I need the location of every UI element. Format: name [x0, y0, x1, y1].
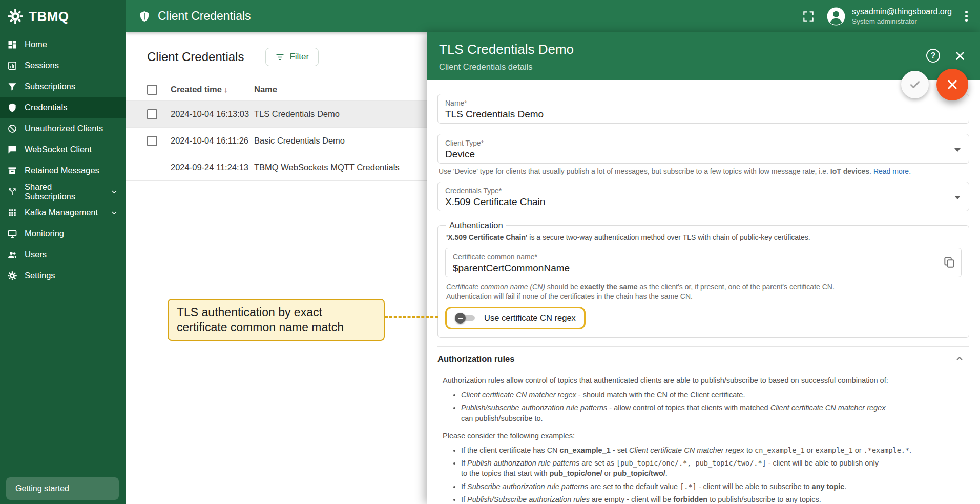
name-field-label: Name* — [445, 99, 962, 107]
sidebar-item-users[interactable]: Users — [0, 244, 126, 265]
list-item: Client certificate CN matcher regex - sh… — [461, 390, 969, 400]
getting-started-button[interactable]: Getting started — [6, 477, 119, 500]
certificate-cn-hint-2: Authentication will fail if none of the … — [446, 292, 962, 300]
tbmq-logo[interactable]: TBMQ — [0, 0, 126, 33]
authorization-rules-list: Client certificate CN matcher regex - sh… — [461, 390, 969, 424]
panel-body: Name* Client Type* Device Use 'Device' t… — [427, 80, 980, 504]
credentials-type-value: X.509 Certificate Chain — [445, 196, 962, 208]
sidebar-item-label: Home — [25, 39, 47, 49]
more-vert-icon[interactable] — [962, 8, 971, 25]
sidebar-item-monitoring[interactable]: Monitoring — [0, 223, 126, 244]
panel-header-actions: ? — [926, 49, 967, 63]
table-row[interactable]: 2024-10-04 16:13:03 TLS Credentials Demo — [126, 101, 427, 128]
subscriptions-icon — [7, 82, 17, 92]
panel-subtitle: Client Credentials details — [439, 62, 968, 72]
chevron-up-icon[interactable] — [954, 353, 965, 365]
home-icon — [7, 39, 17, 50]
chevron-down-icon[interactable] — [110, 208, 119, 217]
row-checkbox[interactable] — [147, 109, 157, 119]
filter-button[interactable]: Filter — [265, 48, 319, 66]
column-name[interactable]: Name — [254, 85, 427, 94]
sidebar-item-websocket-client[interactable]: WebSocket Client — [0, 139, 126, 160]
dropdown-arrow-icon[interactable] — [954, 148, 961, 152]
apps-grid-icon — [7, 208, 17, 218]
close-icon[interactable] — [953, 49, 967, 63]
sort-desc-icon: ↓ — [224, 85, 228, 94]
account-role: System administrator — [852, 17, 952, 25]
table-row[interactable]: 2024-10-04 16:11:26 Basic Credentials De… — [126, 128, 427, 154]
dropdown-arrow-icon[interactable] — [954, 196, 961, 199]
copy-button[interactable] — [943, 255, 956, 269]
account-menu[interactable]: sysadmin@thingsboard.org System administ… — [825, 6, 952, 27]
credentials-icon — [7, 103, 17, 113]
panel-header: TLS Credentials Demo Client Credentials … — [427, 32, 980, 80]
table-row[interactable]: 2024-09-24 11:24:13 TBMQ WebSockets MQTT… — [126, 154, 427, 181]
cell-name: TBMQ WebSockets MQTT Credentials — [254, 163, 427, 172]
authorization-rules-header[interactable]: Authorization rules — [437, 347, 969, 371]
sidebar-item-label: Settings — [25, 271, 55, 280]
app-name: TBMQ — [29, 9, 69, 25]
authorization-rules-body: Authorization rules allow control of top… — [437, 376, 969, 504]
sidebar-item-label: Users — [25, 250, 47, 259]
copy-icon — [943, 255, 956, 269]
chevron-down-icon[interactable] — [110, 187, 119, 196]
close-icon — [945, 77, 960, 92]
people-icon — [7, 250, 17, 260]
shield-icon — [138, 10, 151, 23]
select-all-checkbox[interactable] — [147, 85, 157, 95]
authentication-description: 'X.509 Certificate Chain' is a secure tw… — [446, 233, 962, 241]
annotation-connector-line — [385, 316, 438, 318]
sidebar-item-credentials[interactable]: Credentials — [0, 97, 126, 118]
cell-created-time: 2024-10-04 16:11:26 — [171, 136, 254, 146]
list-header: Client Credentials Filter — [126, 32, 427, 66]
sessions-icon — [7, 61, 17, 71]
panel-title: TLS Credentials Demo — [439, 42, 968, 57]
sidebar-item-label: Unauthorized Clients — [25, 124, 103, 133]
sidebar-nav: Home Sessions Subscriptions Credentials … — [0, 34, 126, 286]
table-header-row: Created time ↓ Name — [126, 78, 427, 101]
list-item: If Subscribe authorization rule patterns… — [461, 481, 969, 492]
tbmq-logo-icon — [7, 8, 24, 25]
sidebar-item-kafka-management[interactable]: Kafka Management — [0, 202, 126, 223]
client-type-field[interactable]: Client Type* Device — [437, 134, 969, 164]
help-icon[interactable]: ? — [926, 49, 940, 63]
fullscreen-icon[interactable] — [802, 10, 815, 23]
sidebar-item-label: Monitoring — [25, 229, 64, 238]
sidebar-item-home[interactable]: Home — [0, 34, 126, 55]
annotation-callout: TLS authentication by exact certificate … — [168, 299, 385, 341]
authorization-rules-title: Authorization rules — [437, 354, 514, 364]
app-root: TBMQ Home Sessions Subscriptions Credent… — [0, 0, 980, 504]
top-header: Client Credentials sysadmin@thingsboard.… — [126, 0, 980, 32]
sidebar-item-retained-messages[interactable]: Retained Messages — [0, 160, 126, 181]
certificate-cn-input[interactable] — [453, 263, 914, 274]
cn-regex-toggle[interactable] — [455, 312, 477, 324]
call-split-icon — [7, 187, 17, 197]
authorization-rules-panel: Authorization rules Authorization rules … — [437, 346, 969, 504]
credentials-table: Created time ↓ Name 2024-10-04 16:13:03 … — [126, 78, 427, 181]
filter-icon — [275, 52, 285, 62]
sidebar-item-subscriptions[interactable]: Subscriptions — [0, 76, 126, 97]
list-item: If Publish authorization rule patterns a… — [461, 458, 969, 479]
avatar — [825, 6, 847, 27]
chat-icon — [7, 145, 17, 155]
authorization-examples-intro: Please consider the following examples: — [443, 432, 969, 440]
sidebar-item-unauthorized-clients[interactable]: Unauthorized Clients — [0, 118, 126, 139]
name-field: Name* — [437, 94, 969, 124]
sidebar-item-settings[interactable]: Settings — [0, 265, 126, 286]
list-item: If the client certificate has CN cn_exam… — [461, 445, 969, 455]
archive-icon — [7, 166, 17, 176]
row-checkbox[interactable] — [147, 136, 157, 146]
cancel-changes-fab[interactable] — [936, 69, 968, 100]
certificate-cn-label: Certificate common name* — [453, 253, 954, 261]
client-type-value: Device — [445, 149, 962, 160]
sidebar-item-shared-subscriptions[interactable]: Shared Subscriptions — [0, 181, 126, 202]
sidebar-item-label: WebSocket Client — [25, 145, 92, 154]
credentials-type-field[interactable]: Credentials Type* X.509 Certificate Chai… — [437, 182, 969, 211]
apply-changes-fab[interactable] — [901, 71, 929, 98]
cell-created-time: 2024-09-24 11:24:13 — [171, 163, 254, 172]
sidebar-item-label: Shared Subscriptions — [25, 182, 102, 201]
sidebar-item-sessions[interactable]: Sessions — [0, 55, 126, 76]
column-created-time[interactable]: Created time ↓ — [171, 85, 254, 94]
sidebar: TBMQ Home Sessions Subscriptions Credent… — [0, 0, 126, 504]
name-input[interactable] — [445, 109, 920, 120]
